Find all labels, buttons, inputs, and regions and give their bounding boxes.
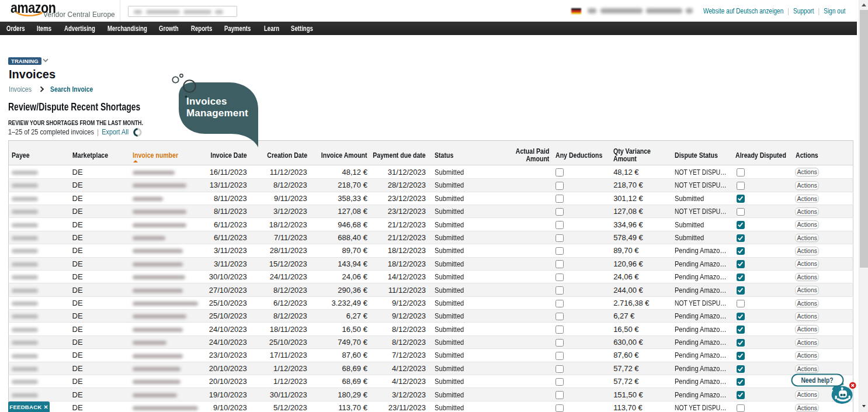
svg-text:Need help?: Need help? [801,376,834,385]
